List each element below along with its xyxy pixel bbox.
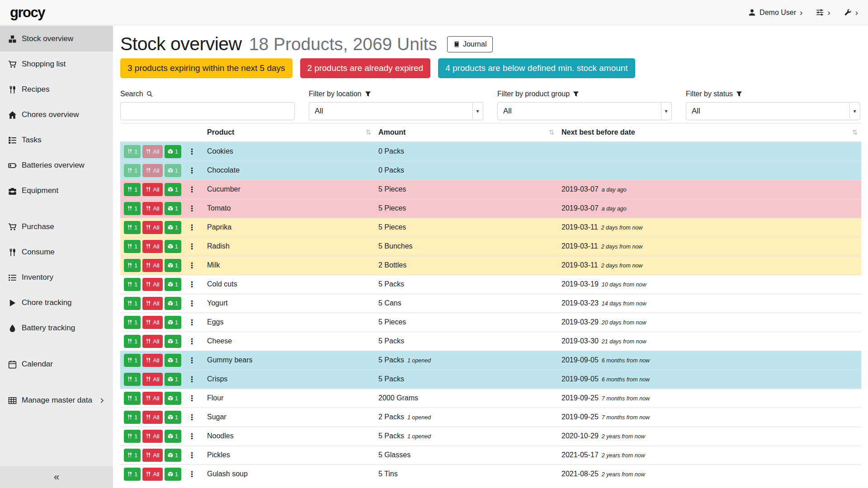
sidebar-item-consume[interactable]: Consume — [0, 239, 113, 265]
open-one-button[interactable]: 1 — [165, 278, 181, 291]
sidebar-item-recipes[interactable]: Recipes — [0, 77, 113, 102]
consume-one-button[interactable]: 1 — [124, 145, 141, 158]
consume-one-button[interactable]: 1 — [124, 468, 141, 481]
row-menu-button[interactable]: ⋮ — [186, 185, 198, 194]
sidebar-item-tasks[interactable]: Tasks — [0, 127, 113, 153]
consume-all-button[interactable]: All — [142, 430, 162, 443]
open-one-button[interactable]: 1 — [165, 202, 181, 215]
consume-all-button[interactable]: All — [142, 468, 162, 481]
sort-icon[interactable]: ⇅ — [548, 128, 554, 136]
open-one-button[interactable]: 1 — [165, 335, 181, 348]
best-before-column-header[interactable]: Next best before date ⇅ — [558, 123, 861, 142]
consume-all-button[interactable]: All — [142, 392, 162, 405]
consume-all-button[interactable]: All — [142, 316, 162, 329]
consume-all-button[interactable]: All — [142, 278, 162, 291]
open-one-button[interactable]: 1 — [165, 316, 181, 329]
row-menu-button[interactable]: ⋮ — [186, 394, 198, 403]
open-one-button[interactable]: 1 — [165, 449, 181, 462]
sidebar-item-manage-master-data[interactable]: Manage master data — [0, 388, 113, 413]
product-column-header[interactable]: Product ⇅ — [203, 123, 375, 142]
product-group-filter-select[interactable]: All ▾ — [497, 102, 672, 120]
consume-all-button[interactable]: All — [142, 259, 162, 272]
open-one-button[interactable]: 1 — [165, 221, 181, 234]
consume-one-button[interactable]: 1 — [124, 335, 141, 348]
row-menu-button[interactable]: ⋮ — [186, 337, 198, 346]
row-menu-button[interactable]: ⋮ — [186, 204, 198, 213]
search-input[interactable] — [120, 102, 295, 120]
consume-all-button[interactable]: All — [142, 373, 162, 386]
consume-one-button[interactable]: 1 — [124, 164, 141, 177]
row-menu-button[interactable]: ⋮ — [186, 318, 198, 327]
sidebar-item-chores-overview[interactable]: Chores overview — [0, 102, 113, 127]
open-one-button[interactable]: 1 — [165, 297, 181, 310]
open-one-button[interactable]: 1 — [165, 145, 181, 158]
open-one-button[interactable]: 1 — [165, 259, 181, 272]
consume-one-button[interactable]: 1 — [124, 316, 141, 329]
row-menu-button[interactable]: ⋮ — [186, 375, 198, 384]
consume-one-button[interactable]: 1 — [124, 373, 141, 386]
consume-one-button[interactable]: 1 — [124, 278, 141, 291]
consume-one-button[interactable]: 1 — [124, 221, 141, 234]
consume-all-button[interactable]: All — [142, 202, 162, 215]
row-menu-button[interactable]: ⋮ — [186, 280, 198, 289]
row-menu-button[interactable]: ⋮ — [186, 166, 198, 175]
consume-all-button[interactable]: All — [142, 297, 162, 310]
sidebar-item-battery-tracking[interactable]: Battery tracking — [0, 315, 113, 341]
row-menu-button[interactable]: ⋮ — [186, 299, 198, 308]
consume-one-button[interactable]: 1 — [124, 449, 141, 462]
open-one-button[interactable]: 1 — [165, 164, 181, 177]
expired-products-alert-button[interactable]: 2 products are already expired — [300, 58, 431, 78]
row-menu-button[interactable]: ⋮ — [186, 223, 198, 232]
settings-menu[interactable]: › — [844, 8, 858, 17]
consume-all-button[interactable]: All — [142, 449, 162, 462]
open-one-button[interactable]: 1 — [165, 411, 181, 424]
grocy-logo[interactable]: grocy — [10, 5, 45, 21]
sidebar-item-stock-overview[interactable]: Stock overview — [0, 26, 113, 52]
expiring-products-alert-button[interactable]: 3 products expiring within the next 5 da… — [120, 58, 292, 78]
sort-icon[interactable]: ⇅ — [852, 128, 858, 136]
journal-button[interactable]: Journal — [447, 36, 493, 52]
consume-one-button[interactable]: 1 — [124, 411, 141, 424]
user-menu[interactable]: Demo User › — [748, 8, 802, 17]
open-one-button[interactable]: 1 — [165, 183, 181, 196]
consume-one-button[interactable]: 1 — [124, 392, 141, 405]
consume-all-button[interactable]: All — [142, 145, 162, 158]
below-min-stock-alert-button[interactable]: 4 products are below defined min. stock … — [438, 58, 635, 78]
row-menu-button[interactable]: ⋮ — [186, 147, 198, 156]
consume-one-button[interactable]: 1 — [124, 297, 141, 310]
consume-all-button[interactable]: All — [142, 183, 162, 196]
consume-all-button[interactable]: All — [142, 411, 162, 424]
row-menu-button[interactable]: ⋮ — [186, 469, 198, 479]
row-menu-button[interactable]: ⋮ — [186, 261, 198, 270]
open-one-button[interactable]: 1 — [165, 468, 181, 481]
status-filter-select[interactable]: All ▾ — [686, 102, 860, 120]
sidebar-item-purchase[interactable]: Purchase — [0, 214, 113, 239]
sidebar-item-calendar[interactable]: Calendar — [0, 352, 113, 377]
sidebar-item-batteries-overview[interactable]: Batteries overview — [0, 153, 113, 178]
row-menu-button[interactable]: ⋮ — [186, 432, 198, 441]
open-one-button[interactable]: 1 — [165, 354, 181, 367]
sidebar-collapse-button[interactable]: « — [0, 466, 113, 488]
consume-one-button[interactable]: 1 — [124, 183, 141, 196]
row-menu-button[interactable]: ⋮ — [186, 450, 198, 460]
consume-all-button[interactable]: All — [142, 354, 162, 367]
open-one-button[interactable]: 1 — [165, 392, 181, 405]
location-filter-select[interactable]: All ▾ — [309, 102, 483, 120]
display-options-menu[interactable]: › — [816, 8, 830, 17]
consume-one-button[interactable]: 1 — [124, 354, 141, 367]
sidebar-item-inventory[interactable]: Inventory — [0, 265, 113, 290]
row-menu-button[interactable]: ⋮ — [186, 413, 198, 422]
consume-all-button[interactable]: All — [142, 335, 162, 348]
consume-all-button[interactable]: All — [142, 240, 162, 253]
consume-one-button[interactable]: 1 — [124, 259, 141, 272]
consume-one-button[interactable]: 1 — [124, 202, 141, 215]
consume-all-button[interactable]: All — [142, 221, 162, 234]
open-one-button[interactable]: 1 — [165, 240, 181, 253]
consume-one-button[interactable]: 1 — [124, 430, 141, 443]
consume-one-button[interactable]: 1 — [124, 240, 141, 253]
sort-icon[interactable]: ⇅ — [365, 128, 371, 136]
amount-column-header[interactable]: Amount ⇅ — [375, 123, 558, 142]
row-menu-button[interactable]: ⋮ — [186, 242, 198, 251]
open-one-button[interactable]: 1 — [165, 373, 181, 386]
consume-all-button[interactable]: All — [142, 164, 162, 177]
